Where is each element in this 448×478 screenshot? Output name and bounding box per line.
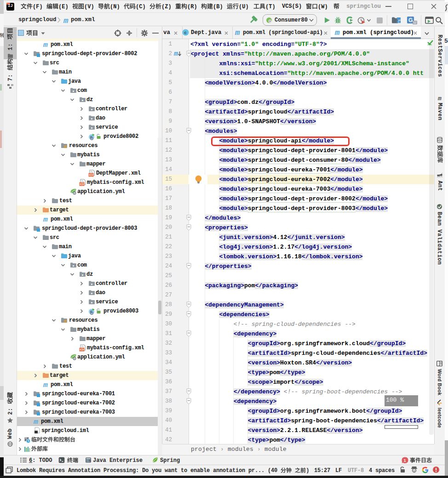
svg-text:1: 1 <box>404 458 407 463</box>
svg-text:G: G <box>408 17 413 23</box>
svg-text:c: c <box>184 30 187 35</box>
svg-text:<>: <> <box>89 173 94 177</box>
svg-text:<>: <> <box>80 182 85 186</box>
svg-text:<>: <> <box>80 348 85 352</box>
